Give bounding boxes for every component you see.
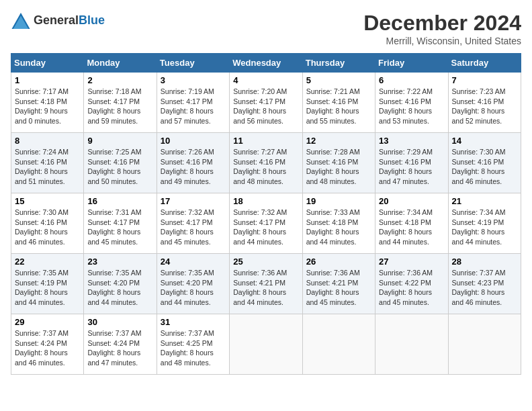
day-sunrise: Sunrise: 7:30 AM [452,148,506,156]
header-wednesday: Wednesday [230,54,302,73]
day-number: 3 [161,75,226,85]
day-number: 17 [161,196,226,206]
day-daylight: Daylight: 8 hours and 46 minutes. [15,349,68,367]
calendar-header-row: SundayMondayTuesdayWednesdayThursdayFrid… [11,54,521,73]
page-header: General Blue December 2024 Merrill, Wisc… [11,11,521,46]
calendar-cell: 25 Sunrise: 7:36 AM Sunset: 4:21 PM Dayl… [230,254,302,314]
header-friday: Friday [375,54,448,73]
calendar-cell: 29 Sunrise: 7:37 AM Sunset: 4:24 PM Dayl… [11,314,84,375]
calendar-cell: 16 Sunrise: 7:31 AM Sunset: 4:17 PM Dayl… [84,193,157,254]
day-number: 1 [15,75,80,85]
day-sunset: Sunset: 4:17 PM [161,97,213,105]
week-row-1: 1 Sunrise: 7:17 AM Sunset: 4:18 PM Dayli… [11,73,521,133]
day-sunrise: Sunrise: 7:37 AM [87,329,141,337]
day-daylight: Daylight: 8 hours and 47 minutes. [379,167,432,185]
day-sunset: Sunset: 4:25 PM [161,339,213,347]
day-sunset: Sunset: 4:17 PM [233,218,285,226]
calendar-cell: 8 Sunrise: 7:24 AM Sunset: 4:16 PM Dayli… [11,133,84,193]
day-sunrise: Sunrise: 7:19 AM [161,87,214,95]
header-tuesday: Tuesday [157,54,229,73]
day-daylight: Daylight: 8 hours and 44 minutes. [161,288,214,306]
day-daylight: Daylight: 8 hours and 45 minutes. [379,288,432,306]
day-sunrise: Sunrise: 7:18 AM [87,87,141,95]
day-sunrise: Sunrise: 7:37 AM [15,329,69,337]
day-sunrise: Sunrise: 7:36 AM [306,269,360,277]
calendar-cell: 21 Sunrise: 7:34 AM Sunset: 4:19 PM Dayl… [448,193,521,254]
week-row-2: 8 Sunrise: 7:24 AM Sunset: 4:16 PM Dayli… [11,133,521,193]
day-sunrise: Sunrise: 7:30 AM [15,208,69,216]
day-daylight: Daylight: 8 hours and 55 minutes. [306,107,359,125]
day-daylight: Daylight: 8 hours and 46 minutes. [15,228,68,246]
day-sunrise: Sunrise: 7:36 AM [379,269,433,277]
day-number: 21 [452,196,517,206]
day-sunrise: Sunrise: 7:23 AM [452,87,506,95]
calendar-cell: 5 Sunrise: 7:21 AM Sunset: 4:16 PM Dayli… [302,73,375,133]
day-sunset: Sunset: 4:17 PM [87,97,140,105]
day-sunrise: Sunrise: 7:29 AM [379,148,433,156]
day-sunset: Sunset: 4:19 PM [15,279,67,287]
day-number: 26 [306,257,371,267]
day-sunrise: Sunrise: 7:34 AM [379,208,433,216]
day-number: 8 [15,136,80,146]
calendar-cell [375,314,448,375]
day-sunrise: Sunrise: 7:37 AM [161,329,214,337]
day-sunset: Sunset: 4:16 PM [161,158,213,166]
day-daylight: Daylight: 8 hours and 46 minutes. [452,288,505,306]
day-daylight: Daylight: 8 hours and 56 minutes. [233,107,286,125]
header-sunday: Sunday [11,54,84,73]
calendar-cell: 15 Sunrise: 7:30 AM Sunset: 4:16 PM Dayl… [11,193,84,254]
day-number: 9 [87,136,152,146]
logo: General Blue [11,11,105,31]
day-number: 5 [306,75,371,85]
day-number: 6 [379,75,444,85]
day-daylight: Daylight: 9 hours and 0 minutes. [15,107,68,125]
day-sunrise: Sunrise: 7:26 AM [161,148,214,156]
day-number: 4 [233,75,298,85]
location-title: Merrill, Wisconsin, United States [363,36,521,46]
calendar-cell: 6 Sunrise: 7:22 AM Sunset: 4:16 PM Dayli… [375,73,448,133]
day-sunrise: Sunrise: 7:17 AM [15,87,69,95]
day-daylight: Daylight: 8 hours and 44 minutes. [15,288,68,306]
calendar-table: SundayMondayTuesdayWednesdayThursdayFrid… [11,53,521,375]
day-number: 10 [161,136,226,146]
calendar-cell: 3 Sunrise: 7:19 AM Sunset: 4:17 PM Dayli… [157,73,229,133]
day-daylight: Daylight: 8 hours and 59 minutes. [87,107,140,125]
day-sunrise: Sunrise: 7:20 AM [233,87,287,95]
calendar-cell: 30 Sunrise: 7:37 AM Sunset: 4:24 PM Dayl… [84,314,157,375]
day-sunrise: Sunrise: 7:32 AM [161,208,214,216]
day-sunrise: Sunrise: 7:36 AM [233,269,287,277]
day-sunset: Sunset: 4:22 PM [379,279,431,287]
day-number: 29 [15,317,80,327]
calendar-cell: 26 Sunrise: 7:36 AM Sunset: 4:21 PM Dayl… [302,254,375,314]
day-daylight: Daylight: 8 hours and 50 minutes. [87,167,140,185]
month-title: December 2024 [363,11,521,36]
day-sunset: Sunset: 4:18 PM [306,218,359,226]
day-sunset: Sunset: 4:16 PM [233,158,285,166]
day-daylight: Daylight: 8 hours and 45 minutes. [306,288,359,306]
day-sunset: Sunset: 4:17 PM [233,97,285,105]
day-daylight: Daylight: 8 hours and 47 minutes. [87,349,140,367]
day-sunrise: Sunrise: 7:21 AM [306,87,360,95]
day-sunrise: Sunrise: 7:27 AM [233,148,287,156]
day-sunrise: Sunrise: 7:34 AM [452,208,506,216]
calendar-cell: 22 Sunrise: 7:35 AM Sunset: 4:19 PM Dayl… [11,254,84,314]
day-sunrise: Sunrise: 7:35 AM [87,269,141,277]
day-number: 11 [233,136,298,146]
calendar-cell [448,314,521,375]
day-sunset: Sunset: 4:21 PM [233,279,285,287]
week-row-3: 15 Sunrise: 7:30 AM Sunset: 4:16 PM Dayl… [11,193,521,254]
calendar-cell: 14 Sunrise: 7:30 AM Sunset: 4:16 PM Dayl… [448,133,521,193]
day-daylight: Daylight: 8 hours and 48 minutes. [306,167,359,185]
logo-text: General Blue [34,14,105,28]
day-sunrise: Sunrise: 7:37 AM [452,269,506,277]
day-sunset: Sunset: 4:23 PM [452,279,504,287]
calendar-cell: 17 Sunrise: 7:32 AM Sunset: 4:17 PM Dayl… [157,193,229,254]
logo-general: General [34,14,79,28]
day-number: 2 [87,75,152,85]
day-number: 18 [233,196,298,206]
calendar-cell: 7 Sunrise: 7:23 AM Sunset: 4:16 PM Dayli… [448,73,521,133]
day-number: 23 [87,257,152,267]
calendar-cell: 1 Sunrise: 7:17 AM Sunset: 4:18 PM Dayli… [11,73,84,133]
title-area: December 2024 Merrill, Wisconsin, United… [363,11,521,46]
day-sunrise: Sunrise: 7:24 AM [15,148,69,156]
